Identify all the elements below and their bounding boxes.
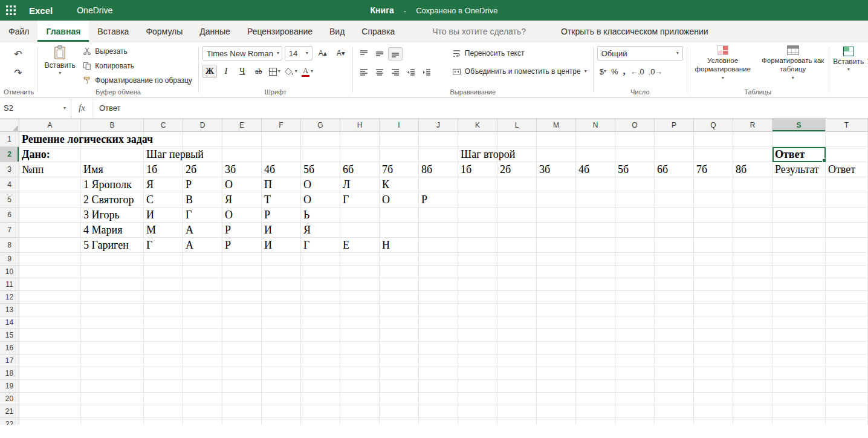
cell-D9[interactable] xyxy=(183,253,222,266)
cell-T19[interactable] xyxy=(826,380,868,393)
increase-font-button[interactable]: A▴ xyxy=(315,46,331,60)
cell-M20[interactable] xyxy=(537,393,576,405)
cell-L9[interactable] xyxy=(497,253,537,266)
cell-F19[interactable] xyxy=(262,380,301,393)
cell-D1[interactable] xyxy=(183,132,222,147)
cell-G13[interactable] xyxy=(301,304,340,316)
cell-N7[interactable] xyxy=(576,223,615,238)
cell-E3[interactable]: 3б xyxy=(222,162,262,177)
cell-B17[interactable] xyxy=(81,355,144,367)
cell-H15[interactable] xyxy=(340,329,380,342)
cell-B5[interactable]: 2 Святогор xyxy=(81,192,144,208)
column-header-S[interactable]: S xyxy=(772,119,826,132)
cell-B14[interactable] xyxy=(81,316,144,329)
cell-E20[interactable] xyxy=(222,393,262,405)
cell-K1[interactable] xyxy=(458,132,497,147)
cell-O9[interactable] xyxy=(615,253,655,266)
cell-R11[interactable] xyxy=(733,278,772,291)
cell-S2[interactable]: Ответ xyxy=(772,147,826,162)
cell-Q2[interactable] xyxy=(694,147,733,162)
cell-G8[interactable]: Г xyxy=(301,238,340,253)
cell-A6[interactable] xyxy=(19,208,81,223)
cell-Q21[interactable] xyxy=(694,405,733,418)
cell-T12[interactable] xyxy=(826,291,868,304)
cell-C7[interactable]: М xyxy=(144,223,183,238)
open-in-desktop-button[interactable]: Открыть в классическом приложении xyxy=(561,21,708,42)
cell-A5[interactable] xyxy=(19,192,81,208)
formula-input[interactable]: Ответ xyxy=(93,98,868,118)
cell-A22[interactable] xyxy=(19,418,81,425)
cell-D12[interactable] xyxy=(183,291,222,304)
cell-R9[interactable] xyxy=(733,253,772,266)
cell-P13[interactable] xyxy=(655,304,694,316)
cell-G18[interactable] xyxy=(301,367,340,380)
cell-D6[interactable]: Г xyxy=(183,208,222,223)
cell-F11[interactable] xyxy=(262,278,301,291)
row-header-9[interactable]: 9 xyxy=(0,253,19,266)
cell-K8[interactable] xyxy=(458,238,497,253)
cell-K18[interactable] xyxy=(458,367,497,380)
row-header-6[interactable]: 6 xyxy=(0,208,19,223)
cell-R12[interactable] xyxy=(733,291,772,304)
cell-K10[interactable] xyxy=(458,266,497,278)
cell-H22[interactable] xyxy=(340,418,380,425)
cell-P4[interactable] xyxy=(655,177,694,192)
cell-J1[interactable] xyxy=(419,132,458,147)
cell-F4[interactable]: П xyxy=(262,177,301,192)
cell-K15[interactable] xyxy=(458,329,497,342)
cell-S20[interactable] xyxy=(772,393,826,405)
cell-M15[interactable] xyxy=(537,329,576,342)
cell-G10[interactable] xyxy=(301,266,340,278)
cell-B2[interactable] xyxy=(81,147,144,162)
menu-tab-data[interactable]: Данные xyxy=(191,21,239,42)
cell-S18[interactable] xyxy=(772,367,826,380)
cell-G14[interactable] xyxy=(301,316,340,329)
cell-N10[interactable] xyxy=(576,266,615,278)
column-header-Q[interactable]: Q xyxy=(694,119,733,132)
cell-P11[interactable] xyxy=(655,278,694,291)
cell-L6[interactable] xyxy=(497,208,537,223)
cell-L16[interactable] xyxy=(497,342,537,355)
cell-B11[interactable] xyxy=(81,278,144,291)
cell-L10[interactable] xyxy=(497,266,537,278)
cell-D7[interactable]: А xyxy=(183,223,222,238)
cell-G2[interactable] xyxy=(301,147,340,162)
cell-J2[interactable] xyxy=(419,147,458,162)
font-family-select[interactable]: Times New Roman ▾ xyxy=(202,46,282,60)
cell-F3[interactable]: 4б xyxy=(262,162,301,177)
cell-E19[interactable] xyxy=(222,380,262,393)
cell-K4[interactable] xyxy=(458,177,497,192)
cell-K6[interactable] xyxy=(458,208,497,223)
cell-C11[interactable] xyxy=(144,278,183,291)
cell-G22[interactable] xyxy=(301,418,340,425)
cell-E22[interactable] xyxy=(222,418,262,425)
cell-O4[interactable] xyxy=(615,177,655,192)
cell-B4[interactable]: 1 Ярополк xyxy=(81,177,144,192)
cell-O15[interactable] xyxy=(615,329,655,342)
cell-C15[interactable] xyxy=(144,329,183,342)
cell-F5[interactable]: Т xyxy=(262,192,301,208)
cell-S8[interactable] xyxy=(772,238,826,253)
cell-H4[interactable]: Л xyxy=(340,177,380,192)
cell-Q19[interactable] xyxy=(694,380,733,393)
cell-O22[interactable] xyxy=(615,418,655,425)
cell-R7[interactable] xyxy=(733,223,772,238)
cell-B9[interactable] xyxy=(81,253,144,266)
cell-K2[interactable]: Шаг второй xyxy=(458,147,497,162)
cell-B19[interactable] xyxy=(81,380,144,393)
cell-S16[interactable] xyxy=(772,342,826,355)
cell-P12[interactable] xyxy=(655,291,694,304)
cell-H14[interactable] xyxy=(340,316,380,329)
cell-E11[interactable] xyxy=(222,278,262,291)
cell-H11[interactable] xyxy=(340,278,380,291)
cell-A20[interactable] xyxy=(19,393,81,405)
cell-R17[interactable] xyxy=(733,355,772,367)
cell-Q5[interactable] xyxy=(694,192,733,208)
cell-E2[interactable] xyxy=(222,147,262,162)
cell-D5[interactable]: В xyxy=(183,192,222,208)
cell-L18[interactable] xyxy=(497,367,537,380)
cell-S14[interactable] xyxy=(772,316,826,329)
cell-F14[interactable] xyxy=(262,316,301,329)
cell-O17[interactable] xyxy=(615,355,655,367)
row-header-20[interactable]: 20 xyxy=(0,393,19,405)
